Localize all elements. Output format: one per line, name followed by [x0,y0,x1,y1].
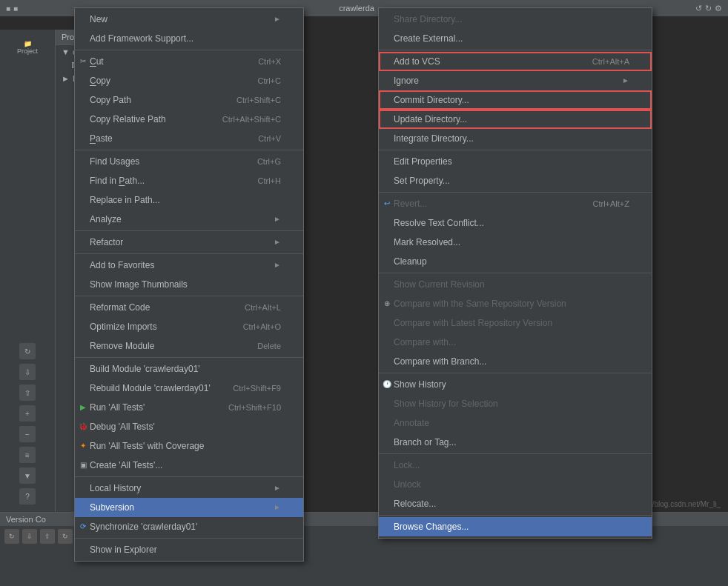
menu-label: Mark Resolved... [394,236,460,249]
menu-item-integrate-directory[interactable]: Integrate Directory... [379,129,652,148]
menu-label: Synchronize 'crawlerday01' [90,520,197,533]
sidebar-bottom-icon6[interactable]: ≡ [19,447,36,463]
bp-icon-1[interactable]: ↻ [4,529,19,544]
menu-item-find-in-path[interactable]: Find in Path...Ctrl+H [75,171,303,190]
menu-item-rebuild-module[interactable]: Rebuild Module 'crawlerday01'Ctrl+Shift+… [75,379,303,398]
menu-item-paste[interactable]: PasteCtrl+V [75,129,303,148]
sidebar-bottom-icon7[interactable]: ▼ [19,467,36,484]
menu-item-mark-resolved[interactable]: Mark Resolved... [379,233,652,252]
bp-icon-3[interactable]: ⇧ [40,529,55,544]
menu-label: Show in Explorer [90,543,157,556]
menu-item-optimize-imports[interactable]: Optimize ImportsCtrl+Alt+O [75,317,303,336]
menu-label: Integrate Directory... [394,132,474,145]
menu-label: Annotate [394,416,429,430]
bp-icon-4[interactable]: ↻ [58,529,73,544]
menu-separator [75,50,303,50]
menu-label: Cut [90,55,104,68]
menu-item-ignore[interactable]: Ignore► [379,71,652,90]
sync-icon: ⟳ [78,520,88,533]
create-icon: ▣ [78,459,88,472]
sidebar-bottom-icon3[interactable]: ⇧ [19,384,36,401]
menu-item-reformat[interactable]: Reformat CodeCtrl+Alt+L [75,298,303,317]
ext-expand-icon: ► [62,74,70,83]
menu-item-copy-relative-path[interactable]: Copy Relative PathCtrl+Alt+Shift+C [75,110,303,129]
menu-item-revert: ↩Revert...Ctrl+Alt+Z [379,194,652,213]
menu-label: Debug 'All Tests' [90,420,155,433]
menu-item-edit-properties[interactable]: Edit Properties [379,152,652,171]
sidebar-bottom-icon5[interactable]: − [19,426,36,442]
menu-item-run-tests[interactable]: ▶Run 'All Tests'Ctrl+Shift+F10 [75,398,303,417]
menu-item-new[interactable]: New► [75,10,303,29]
menu-item-add-framework[interactable]: Add Framework Support... [75,29,303,48]
menu-item-resolve-conflict[interactable]: Resolve Text Conflict... [379,213,652,233]
menu-item-create-tests[interactable]: ▣Create 'All Tests'... [75,456,303,475]
menu-label: Ignore [394,74,419,87]
menu-item-add-favorites[interactable]: Add to Favorites► [75,256,303,275]
compare-icon: ⊕ [382,297,392,310]
menu-separator [379,50,652,50]
menu-item-commit-directory[interactable]: Commit Directory... [379,90,652,110]
menu-item-browse-changes[interactable]: Browse Changes... [379,517,652,536]
menu-item-cut[interactable]: ✂CutCtrl+X [75,52,303,71]
menu-label: Relocate... [394,497,436,510]
menu-item-remove-module[interactable]: Remove ModuleDelete [75,336,303,356]
menu-item-set-property[interactable]: Set Property... [379,171,652,190]
menu-item-show-thumbnails[interactable]: Show Image Thumbnails [75,275,303,294]
sidebar-bottom-icon2[interactable]: ⇩ [19,364,36,380]
menu-label: Share Directory... [394,13,462,26]
menu-separator [75,357,303,358]
menu-item-compare-branch[interactable]: Compare with Branch... [379,352,652,371]
menu-item-add-to-vcs[interactable]: Add to VCSCtrl+Alt+A [379,52,652,71]
menu-label: Browse Changes... [394,520,469,533]
coverage-icon: ✦ [78,439,88,453]
menu-item-local-history[interactable]: Local History► [75,479,303,498]
sidebar-bottom-icon4[interactable]: + [19,405,36,422]
sidebar-bottom-icon8[interactable]: ? [19,488,36,505]
menu-separator [75,296,303,296]
menu-label: Unlock [394,478,421,491]
menu-item-branch-or-tag[interactable]: Branch or Tag... [379,433,652,452]
menu-item-subversion[interactable]: Subversion► [75,498,303,517]
menu-label: Refactor [90,236,123,249]
menu-label: Rebuild Module 'crawlerday01' [90,382,211,395]
menu-item-unlock: Unlock [379,475,652,494]
menu-item-show-explorer[interactable]: Show in Explorer [75,540,303,559]
menu-label: Local History [90,482,141,495]
menu-label: Add to VCS [394,55,440,68]
settings-btn[interactable]: ⚙ [715,4,722,13]
menu-item-run-coverage[interactable]: ✦Run 'All Tests' with Coverage [75,436,303,456]
menu-item-find-usages[interactable]: Find UsagesCtrl+G [75,152,303,171]
menu-label: Reformat Code [90,301,150,314]
menu-item-copy[interactable]: CopyCtrl+C [75,71,303,90]
menu-item-synchronize[interactable]: ⟳Synchronize 'crawlerday01' [75,517,303,536]
redo-btn[interactable]: ↻ [705,4,712,13]
bp-icon-2[interactable]: ⇩ [22,529,37,544]
menu-label: Run 'All Tests' with Coverage [90,439,204,453]
menu-label: Show History [394,378,446,391]
menu-item-analyze[interactable]: Analyze► [75,210,303,229]
menu-item-update-directory[interactable]: Update Directory... [379,110,652,129]
undo-btn[interactable]: ↺ [695,4,702,13]
menu-item-share-directory: Share Directory... [379,10,652,29]
menu-label: Remove Module [90,339,154,353]
run-icon: ▶ [78,401,88,414]
menu-item-replace-in-path[interactable]: Replace in Path... [75,190,303,210]
menu-label: Show History for Selection [394,397,498,410]
revert-icon: ↩ [382,197,392,210]
menu-item-create-external[interactable]: Create External... [379,29,652,48]
menu-separator [75,476,303,477]
menu-item-copy-path[interactable]: Copy PathCtrl+Shift+C [75,90,303,110]
menu-item-debug-tests[interactable]: 🐞Debug 'All Tests' [75,417,303,436]
menu-label: Copy Path [90,93,131,107]
menu-item-show-history[interactable]: 🕐Show History [379,375,652,394]
menu-item-relocate[interactable]: Relocate... [379,494,652,513]
sidebar-bottom-icon1[interactable]: ↻ [19,343,36,359]
menu-separator [379,515,652,516]
menu-item-build-module[interactable]: Build Module 'crawlerday01' [75,359,303,379]
sidebar-project-tab[interactable]: 📁 Project [0,36,55,59]
menu-label: Copy Relative Path [90,113,166,126]
ide-sidebar: 📁 Project ↻ ⇩ ⇧ + − ≡ ▼ ? [0,30,56,512]
menu-item-cleanup[interactable]: Cleanup [379,252,652,271]
menu-item-refactor[interactable]: Refactor► [75,233,303,252]
menu-separator [379,453,652,454]
